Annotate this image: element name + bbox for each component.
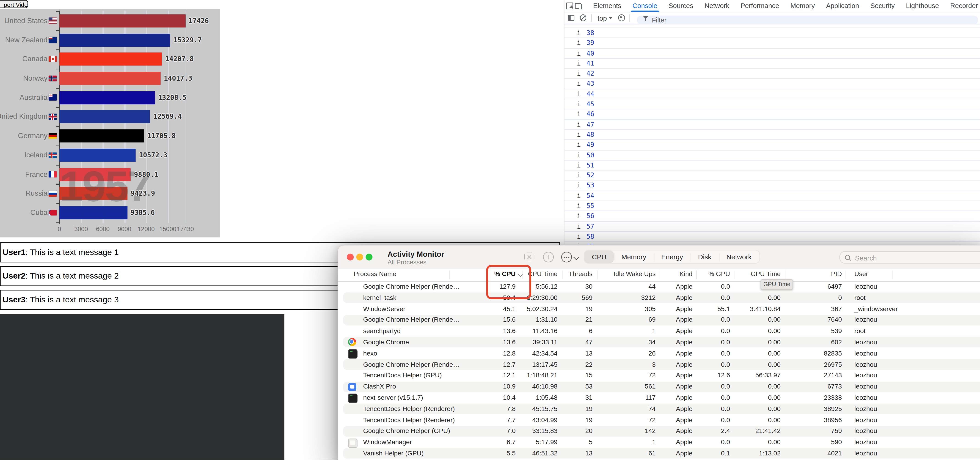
process-row-kernel-task[interactable]: kernel_task50.43:29:30.005693212Apple0.0… — [338, 292, 980, 303]
device-icon — [575, 3, 581, 9]
process-row-clashx-pro[interactable]: ClashX Pro10.946:10.9853561Apple0.00.006… — [338, 381, 980, 392]
column-header-idle-wake-ups[interactable]: Idle Wake Ups — [607, 271, 656, 278]
process-row-google-chrome-helper-gpu[interactable]: Google Chrome Helper (GPU)7.033:15.83201… — [338, 426, 980, 437]
log-number: 42 — [587, 70, 594, 77]
titlebar[interactable]: Activity Monitor All Processes i CPUMemo… — [338, 246, 980, 270]
segment-energy[interactable]: Energy — [654, 251, 690, 263]
process-row-hexo[interactable]: hexo12.842:34.541326Apple0.00.0082835leo… — [338, 348, 980, 359]
cell-gpu_time: 0.00 — [724, 359, 781, 370]
process-row-google-chrome[interactable]: Google Chrome13.639:33.114734Apple0.00.0… — [338, 337, 980, 348]
column-header-pid[interactable]: PID — [805, 271, 842, 278]
cell-gpu_time: 0.00 — [724, 392, 781, 404]
chart-bar-new-zealand — [59, 33, 170, 46]
divider — [629, 14, 630, 22]
bar-label-norway: Norway — [23, 72, 48, 85]
export-video-button[interactable]: port Video — [0, 0, 28, 8]
activity-monitor-window: Activity Monitor All Processes i CPUMemo… — [337, 245, 980, 460]
bar-value: 14017.3 — [164, 72, 192, 85]
device-toolbar-icon[interactable] — [575, 1, 581, 11]
process-row-windowserver[interactable]: WindowServer45.15:02:30.2419305Apple55.1… — [338, 303, 980, 314]
axis-tick — [56, 126, 59, 127]
clear-console-icon[interactable] — [578, 13, 588, 23]
process-row-searchpartyd[interactable]: searchpartyd13.611:43.1661Apple0.00.0053… — [338, 325, 980, 337]
bar-value: 17426 — [188, 14, 209, 27]
column-header-process-name[interactable]: Process Name — [354, 271, 396, 278]
column-header-threads[interactable]: Threads — [554, 271, 592, 278]
log-prefix: i — [577, 212, 581, 219]
console-log-row: i43 — [565, 79, 980, 89]
console-log-row: i59 — [565, 242, 980, 244]
cell-gpu_time: 3:41:10.84 — [724, 303, 781, 314]
axis-tick — [56, 69, 59, 70]
log-number: 47 — [587, 120, 594, 128]
log-number: 53 — [587, 181, 594, 189]
process-row-next-server-v15-1-7[interactable]: next-server (v15.1.7)10.41:05.4831117App… — [338, 392, 980, 404]
cell-pid: 26975 — [786, 359, 842, 370]
quit-process-button[interactable] — [524, 252, 535, 262]
tab-network[interactable]: Network — [699, 0, 735, 12]
column-header-kind[interactable]: Kind — [655, 271, 693, 278]
minimize-traffic-light[interactable] — [356, 253, 363, 260]
tab-recorder[interactable]: Recorder — [945, 0, 980, 12]
search-field[interactable] — [839, 251, 980, 263]
bar-value: 9423.9 — [130, 187, 155, 200]
zoom-traffic-light[interactable] — [365, 253, 372, 260]
cell-gpu: 0.1 — [674, 448, 730, 459]
bar-value: 10572.3 — [139, 149, 167, 162]
log-number: 58 — [587, 232, 594, 240]
process-row-windowmanager[interactable]: WindowManager6.75:17.9951Apple0.00.00590… — [338, 437, 980, 448]
log-prefix: i — [577, 90, 581, 97]
console-sidebar-icon[interactable] — [566, 13, 576, 23]
context-selector[interactable]: top — [598, 14, 607, 22]
process-row-google-chrome-helper-rende[interactable]: Google Chrome Helper (Rende…12.713:17.45… — [338, 359, 980, 370]
console-filter-input[interactable] — [637, 15, 978, 24]
segment-cpu[interactable]: CPU — [584, 251, 614, 263]
process-row-vanish-helper-gpu[interactable]: Vanish Helper (GPU)5.546:51.321361Apple0… — [338, 448, 980, 459]
video-player[interactable] — [0, 314, 285, 460]
message-user: User3 — [3, 295, 25, 305]
tab-console[interactable]: Console — [627, 0, 663, 12]
devtools-tabs: ElementsConsoleSourcesNetworkPerformance… — [587, 0, 980, 12]
column-header-user[interactable]: User — [854, 271, 868, 278]
inspect-cursor-icon — [566, 3, 573, 10]
cell-user: leozhou — [854, 392, 877, 404]
search-input[interactable] — [854, 252, 980, 264]
header-divider — [696, 271, 697, 279]
inspect-process-button[interactable]: i — [543, 252, 554, 262]
tab-lighthouse[interactable]: Lighthouse — [900, 0, 945, 12]
close-traffic-light[interactable] — [347, 253, 353, 260]
tab-memory[interactable]: Memory — [785, 0, 820, 12]
chevron-down-icon[interactable] — [573, 254, 579, 260]
column-header-gpu-time[interactable]: GPU Time — [734, 271, 781, 278]
inspect-element-icon[interactable] — [566, 1, 573, 11]
more-options-button[interactable] — [561, 252, 571, 262]
process-row-tencentdocs-helper-renderer[interactable]: TencentDocs Helper (Renderer)7.743:04.99… — [338, 415, 980, 426]
message-text: : This is a text message 3 — [25, 295, 119, 305]
process-row-google-chrome-helper-rende[interactable]: Google Chrome Helper (Rende…15.61:31.102… — [338, 314, 980, 326]
tab-sources[interactable]: Sources — [663, 0, 699, 12]
live-expression-icon[interactable] — [616, 13, 626, 23]
cell-pid: 7640 — [786, 314, 842, 326]
segment-disk[interactable]: Disk — [690, 251, 719, 263]
cell-threads: 569 — [536, 292, 592, 303]
console-partial-row — [565, 24, 980, 28]
log-prefix: i — [577, 49, 581, 57]
log-number: 52 — [587, 171, 594, 179]
process-row-tencentdocs-helper-renderer[interactable]: TencentDocs Helper (Renderer)7.845:15.75… — [338, 403, 980, 415]
dot — [564, 257, 565, 258]
tab-security[interactable]: Security — [865, 0, 900, 12]
tab-application[interactable]: Application — [821, 0, 865, 12]
tab-performance[interactable]: Performance — [735, 0, 785, 12]
segment-memory[interactable]: Memory — [614, 251, 654, 263]
process-row-tencentdocs-helper-gpu[interactable]: TencentDocs Helper (GPU)12.11:18:48.2115… — [338, 370, 980, 381]
console-toolbar: top — [565, 12, 980, 24]
tab-elements[interactable]: Elements — [587, 0, 627, 12]
column-header-gpu[interactable]: % GPU — [695, 271, 730, 278]
info-icon: i — [547, 253, 549, 260]
process-row-google-chrome-helper-rende[interactable]: Google Chrome Helper (Rende…127.95:56.12… — [338, 281, 980, 292]
segment-network[interactable]: Network — [719, 251, 759, 263]
message-text: : This is a text message 1 — [25, 247, 119, 257]
cell-pid: 6773 — [786, 381, 842, 392]
cell-gpu: 0.0 — [674, 348, 730, 359]
log-number: 40 — [587, 49, 594, 57]
